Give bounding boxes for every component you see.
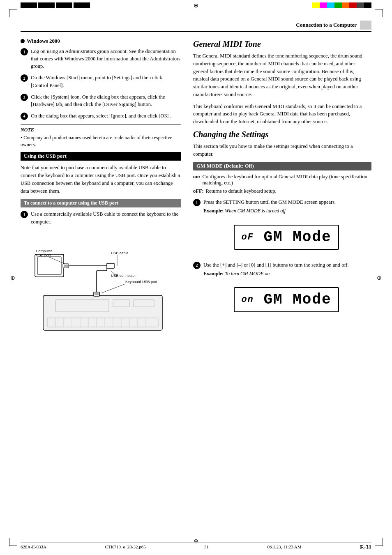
general-midi-title: General MIDI Tone (193, 39, 371, 49)
gm-on-label: on: Configures the keyboard for optimal … (193, 174, 371, 186)
note-text: • Company and product names used herein … (21, 134, 181, 148)
svg-line-30 (49, 257, 65, 264)
svg-text:Computer: Computer (36, 249, 52, 253)
footer-page-num: 31 (204, 544, 209, 551)
win-step-3: 3 Click the [System] icon. On the dialog… (21, 93, 181, 108)
two-column-layout: Windows 2000 1 Log on using an Administr… (21, 38, 371, 345)
gm-step-2: 2 Use the [+] and [–] or [0] and [1] but… (193, 261, 371, 279)
changing-settings-intro: This section tells you how to make the s… (193, 143, 371, 158)
page-footer: 628A-E-033A CTK710_e_28-32.p65 31 06.1.2… (21, 542, 371, 551)
black-strip-4 (74, 2, 90, 8)
color-strip-red (349, 2, 357, 8)
step-num-2: 2 (21, 74, 28, 82)
color-strips-right (312, 2, 371, 8)
svg-rect-24 (95, 293, 99, 295)
usb-diagram: Computer USB port USB cable USB connecto… (21, 230, 181, 342)
trim-mark-bl (9, 538, 17, 546)
registration-mark-right: ⊕ (377, 274, 382, 281)
usb-diagram-svg: Computer USB port USB cable USB connecto… (31, 230, 171, 341)
color-strip-magenta (320, 2, 327, 8)
color-strip-yellow (312, 2, 320, 8)
lcd-display-2: on GM Mode (234, 287, 339, 312)
svg-rect-1 (37, 257, 61, 274)
win-step-1: 1 Log on using an Administrators group a… (21, 48, 181, 70)
trim-mark-tl (9, 9, 17, 17)
win-step-2: 2 On the Windows [Start] menu, point to … (21, 74, 181, 89)
trim-mark-tr (375, 9, 383, 17)
note-label: NOTE (21, 127, 34, 133)
gm-step-num-1: 1 (193, 199, 201, 206)
example2-label: Example: To turn GM MODE on (203, 270, 371, 277)
color-strip-orange (342, 2, 349, 8)
usb-step-num-1: 1 (21, 211, 28, 218)
general-midi-para-1: The General MIDI standard defines the to… (193, 52, 371, 99)
changing-settings-title: Changing the Settings (193, 130, 371, 139)
svg-rect-6 (43, 295, 162, 330)
usb-step-1: 1 Use a commercially available USB cable… (21, 210, 181, 225)
svg-rect-0 (35, 254, 64, 277)
page-header-box (360, 21, 371, 30)
svg-line-36 (101, 284, 125, 293)
registration-mark-left: ⊕ (10, 274, 15, 281)
black-strip-1 (21, 2, 37, 8)
gm-off-label: oFF: Returns to default keyboard setup. (193, 188, 371, 194)
step-num-3: 3 (21, 94, 28, 101)
color-strip-green (334, 2, 342, 8)
svg-text:USB port: USB port (36, 253, 51, 257)
usb-step-1-text: Use a commercially available USB cable t… (31, 210, 181, 225)
example1-label: Example: When GM MODE is turned off (203, 207, 371, 214)
color-strip-black (364, 2, 371, 8)
usb-section-header: Using the USB port (21, 152, 181, 161)
lcd-display-2-container: on GM Mode (193, 283, 371, 317)
footer-left: 628A-E-033A (21, 544, 46, 551)
black-strip-2 (38, 2, 55, 8)
page-content: Connection to a Computer Windows 2000 1 … (21, 21, 371, 539)
gm-mode-header: GM MODE (Default: Off) (193, 162, 371, 170)
footer-date: 06.1.23, 11:23 AM (267, 544, 302, 551)
gm-step-1-text: Press the SETTING button until the GM MO… (203, 198, 371, 216)
general-midi-para-2: This keyboard conforms with General MIDI… (193, 103, 371, 126)
svg-text:USB cable: USB cable (111, 251, 129, 255)
windows-section-heading: Windows 2000 (21, 38, 181, 44)
gm-step-2-text: Use the [+] and [–] or [0] and [1] butto… (203, 261, 371, 279)
usb-sub-section-header: To connect to a computer using the USB p… (21, 199, 181, 207)
gm-step-num-2: 2 (193, 262, 201, 269)
right-column: General MIDI Tone The General MIDI stand… (193, 38, 371, 345)
svg-text:Keyboard USB port: Keyboard USB port (125, 280, 157, 284)
color-strip-cyan (327, 2, 334, 8)
page-number: E-31 (360, 544, 371, 551)
color-strip-darkgray (357, 2, 364, 8)
page-header: Connection to a Computer (21, 21, 371, 32)
black-strips-left (21, 2, 90, 8)
black-strip-3 (56, 2, 72, 8)
note-box: NOTE • Company and product names used he… (21, 124, 181, 148)
svg-rect-3 (64, 265, 68, 267)
top-strip-container (0, 2, 392, 8)
bullet-circle-icon (21, 39, 25, 43)
usb-section-body: Note that you need to purchase a commerc… (21, 164, 181, 195)
gm-step-1: 1 Press the SETTING button until the GM … (193, 198, 371, 216)
step-num-1: 1 (21, 48, 28, 55)
win-step-4: 4 On the dialog box that appears, select… (21, 112, 181, 120)
left-column: Windows 2000 1 Log on using an Administr… (21, 38, 181, 345)
lcd-display-1-container: oF GM Mode (193, 221, 371, 255)
footer-center: CTK710_e_28-32.p65 (105, 544, 145, 551)
lcd-display-1: oF GM Mode (234, 225, 339, 250)
svg-rect-5 (107, 263, 114, 268)
page-header-title: Connection to a Computer (296, 22, 357, 28)
trim-mark-br (375, 538, 383, 546)
step-num-4: 4 (21, 113, 28, 120)
